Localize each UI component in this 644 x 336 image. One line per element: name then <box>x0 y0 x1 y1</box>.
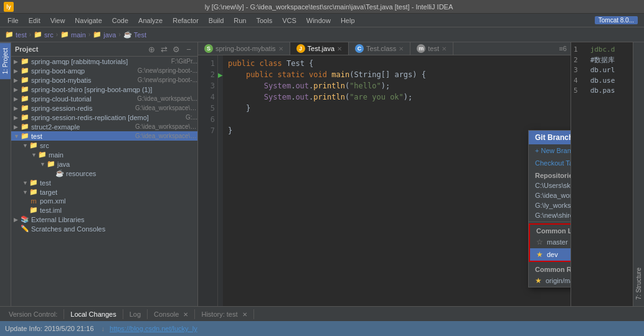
panel-actions: ⊕ ⇄ ⚙ − <box>146 44 194 54</box>
tree-item-1[interactable]: ▶📁spring-boot-amqpG:\new\spring-boot-... <box>11 66 197 75</box>
local-changes-tab[interactable]: Local Changes <box>64 309 123 319</box>
tree-item-7[interactable]: ▶📁struct2-exmapleG:\idea_workspace\stru.… <box>11 122 197 131</box>
log-tab[interactable]: Log <box>123 309 148 319</box>
tree-item-13[interactable]: ▼📁test <box>11 178 197 187</box>
close-class-tab[interactable]: ✕ <box>399 45 404 52</box>
remote-branch-origin-master[interactable]: ★ origin/master › <box>529 274 571 287</box>
tree-arrow-6: ▶ <box>14 114 20 121</box>
title-bar: ly ly [G:\new\ly] - G:\idea_workspace\te… <box>0 0 644 14</box>
tree-item-11[interactable]: ▼📁java <box>11 159 197 169</box>
tomcat-badge[interactable]: Tomcat 8.0... <box>595 16 638 24</box>
tree-item-8[interactable]: ▼📁testG:\idea_workspace\test <box>11 131 197 141</box>
tree-item-0[interactable]: ▶📁spring-amqp [rabbitmq-tutorials]F:\Git… <box>11 57 197 66</box>
code-line-7: } <box>228 125 566 136</box>
close-java-tab[interactable]: ✕ <box>337 45 342 52</box>
tree-arrow-1: ▶ <box>14 68 20 74</box>
more-tabs[interactable]: ≡6 <box>555 45 571 52</box>
tree-item-2[interactable]: ▶📁spring-boot-mybatisG:\new\spring-boot-… <box>11 75 197 85</box>
tree-label-18: Scratches and Consoles <box>31 225 197 233</box>
git-checkout-tag[interactable]: Checkout Tag or Revision... <box>529 157 571 169</box>
tree-arrow-3: ▶ <box>14 86 20 93</box>
tree-item-10[interactable]: ▼📁main <box>11 150 197 159</box>
close-history-tab[interactable]: ✕ <box>242 311 247 318</box>
settings-icon[interactable]: ⚙ <box>171 44 181 54</box>
blog-link[interactable]: https://blog.csdn.net/lucky_ly <box>110 325 197 332</box>
tree-arrow-13: ▼ <box>22 180 29 186</box>
repo-item-2[interactable]: G:\ly_workspace\renren-fast master › <box>529 200 571 210</box>
project-panel-header: Project ⊕ ⇄ ⚙ − <box>11 42 197 57</box>
bottom-tabs: Version Control: Local Changes Log Conso… <box>0 306 644 321</box>
structure-tab[interactable]: 7: Structure <box>633 264 644 304</box>
tree-label-17: External Libraries <box>31 216 197 223</box>
sidebar-tab-project[interactable]: 1: Project <box>0 42 11 79</box>
menu-window[interactable]: Window <box>301 16 336 26</box>
tree-item-6[interactable]: ▶📁spring-session-redis-replication [demo… <box>11 113 197 122</box>
tree-icon-5: 📁 <box>20 104 30 112</box>
repo-item-1[interactable]: G:\idea_workspace\test master › <box>529 190 571 200</box>
code-line-6 <box>228 114 566 125</box>
tree-item-12[interactable]: ☕resources <box>11 169 197 178</box>
gutter: ▶ <box>218 55 223 306</box>
local-branches-header: Common Local Branches <box>530 225 571 236</box>
tree-item-4[interactable]: ▶📁spring-cloud-tutorialG:\idea_workspace… <box>11 94 197 103</box>
editor-tab-test-class[interactable]: C Test.class ✕ <box>349 42 410 55</box>
menu-navigate[interactable]: Navigate <box>70 16 107 26</box>
local-branch-master[interactable]: ☆ master origin/master › <box>530 236 571 248</box>
spring-tab-icon: S <box>204 44 213 53</box>
breadcrumb-item-test[interactable]: 📁 test <box>5 30 27 39</box>
menu-tools[interactable]: Tools <box>251 16 277 26</box>
menu-build[interactable]: Build <box>204 16 229 26</box>
menu-refactor[interactable]: Refactor <box>168 16 204 26</box>
breadcrumb-item-testfile[interactable]: ☕ Test <box>123 30 146 39</box>
menu-run[interactable]: Run <box>229 16 251 26</box>
tree-item-18[interactable]: ✏️Scratches and Consoles <box>11 224 197 233</box>
sync-icon[interactable]: ⇄ <box>159 44 169 54</box>
menu-view[interactable]: View <box>45 16 70 26</box>
close-m-tab[interactable]: ✕ <box>442 45 447 52</box>
tree-item-17[interactable]: ▶📚External Libraries <box>11 215 197 224</box>
local-branch-dev[interactable]: ★ dev <box>530 248 571 261</box>
tree-arrow-14: ▼ <box>22 189 29 195</box>
editor-tabs: S spring-boot-mybatis ✕ J Test.java ✕ C … <box>198 42 571 55</box>
code-line-4: System.out.println("are you ok"); <box>228 91 566 103</box>
menu-code[interactable]: Code <box>107 16 133 26</box>
history-tab[interactable]: History: test ✕ <box>195 309 253 319</box>
menu-edit[interactable]: Edit <box>24 16 45 26</box>
tree-label-11: java <box>57 161 197 168</box>
tree-icon-14: 📁 <box>29 188 39 196</box>
breadcrumb-item-java[interactable]: 📁 java <box>93 30 116 39</box>
repo-item-3[interactable]: G:\new\shiro_ssm master › <box>529 210 571 220</box>
tree-item-14[interactable]: ▼📁target <box>11 187 197 197</box>
breadcrumb-item-src[interactable]: 📁 src <box>34 30 54 39</box>
tree-item-15[interactable]: mpom.xml <box>11 197 197 205</box>
tree-label-13: test <box>40 179 197 187</box>
close-console-tab[interactable]: ✕ <box>183 311 188 318</box>
tree-item-9[interactable]: ▼📁src <box>11 141 197 150</box>
tree-meta-6: G:... <box>186 114 197 121</box>
tree-item-16[interactable]: 📁test.iml <box>11 205 197 215</box>
tree-arrow-17: ▶ <box>14 217 20 223</box>
tree-item-5[interactable]: ▶📁spring-session-redisG:\idea_workspace\… <box>11 103 197 113</box>
tree-item-3[interactable]: ▶📁spring-boot-shiro [spring-boot-amqp (1… <box>11 85 197 94</box>
menu-file[interactable]: File <box>2 16 24 26</box>
menu-analyze[interactable]: Analyze <box>133 16 168 26</box>
common-local-branches-section: Common Local Branches ☆ master origin/ma… <box>529 223 571 262</box>
tree-label-9: src <box>40 142 197 149</box>
add-icon[interactable]: ⊕ <box>146 44 156 54</box>
menu-help[interactable]: Help <box>336 16 360 26</box>
editor-tab-test-java[interactable]: J Test.java ✕ <box>290 42 349 55</box>
tree-arrow-5: ▶ <box>14 105 20 111</box>
editor-tab-test-m[interactable]: m test ✕ <box>410 42 453 55</box>
code-content[interactable]: public class Test { public static void m… <box>223 55 571 306</box>
tree-arrow-10: ▼ <box>31 152 37 158</box>
breadcrumb-item-main[interactable]: 📁 main <box>60 30 86 39</box>
tree-icon-18: ✏️ <box>20 225 30 233</box>
menu-vcs[interactable]: VCS <box>277 16 301 26</box>
close-spring-tab[interactable]: ✕ <box>278 45 283 52</box>
git-new-branch[interactable]: + New Branch <box>529 144 571 157</box>
console-tab[interactable]: Console ✕ <box>148 309 195 319</box>
minimize-icon[interactable]: − <box>184 44 194 54</box>
editor-tab-spring[interactable]: S spring-boot-mybatis ✕ <box>198 42 290 55</box>
star-outline-icon: ☆ <box>536 238 543 246</box>
repo-item-0[interactable]: C:\Users\sky_\git\micro-service master › <box>529 180 571 190</box>
